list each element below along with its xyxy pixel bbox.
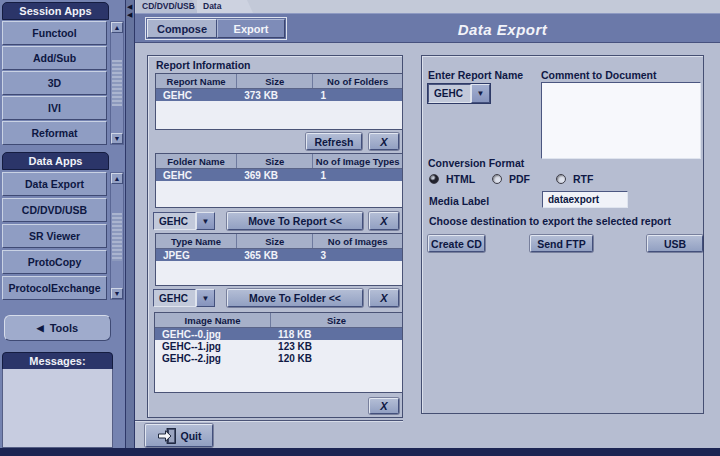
move-to-report-button[interactable]: Move To Report <<: [227, 212, 363, 230]
column-header: Folder Name: [156, 154, 237, 168]
remove-report-button[interactable]: X: [369, 133, 399, 150]
column-header: No of Image Types: [313, 154, 402, 168]
column-header: Image Name: [155, 313, 271, 327]
enter-report-name-label: Enter Report Name: [428, 69, 523, 81]
exit-door-icon: [157, 428, 177, 444]
column-header: Size: [237, 74, 313, 88]
column-header: Size: [237, 154, 313, 168]
collapse-left-icon[interactable]: ◀: [127, 3, 132, 10]
mode-button-group: Compose Export: [145, 17, 287, 40]
sidebar-item-add-sub[interactable]: Add/Sub: [2, 46, 107, 70]
sidebar: Session Apps Functool Add/Sub 3D IVI Ref…: [0, 0, 125, 448]
radio-pdf[interactable]: PDF: [492, 173, 530, 185]
type-combo-value: GEHC: [153, 289, 196, 307]
report-information-panel: Report Information Report Name Size No o…: [147, 55, 403, 418]
type-table: Type Name Size No of Images JPEG 365 KB …: [155, 233, 403, 286]
radio-unselected-icon: [492, 174, 502, 184]
arrow-left-icon: ◀: [37, 323, 44, 333]
scroll-down-icon[interactable]: ▼: [111, 288, 123, 299]
remove-type-button[interactable]: X: [369, 289, 399, 307]
sidebar-item-ivi[interactable]: IVI: [2, 96, 107, 120]
table-row[interactable]: GEHC--0.jpg 118 KB: [155, 328, 402, 340]
column-header: Size: [271, 313, 402, 327]
compose-button[interactable]: Compose: [147, 19, 217, 38]
data-export-panel: Enter Report Name Comment to Document GE…: [421, 55, 704, 414]
usb-button[interactable]: USB: [647, 235, 703, 252]
scroll-up-icon[interactable]: ▲: [111, 22, 123, 33]
chevron-down-icon[interactable]: ▼: [196, 212, 215, 230]
tools-button[interactable]: ◀ Tools: [4, 315, 111, 341]
sidebar-item-cd-dvd-usb[interactable]: CD/DVD/USB: [2, 198, 107, 222]
column-header: Size: [237, 234, 313, 248]
comment-to-document-label: Comment to Document: [541, 69, 657, 81]
table-row[interactable]: JPEG 365 KB 3: [156, 249, 402, 261]
column-header: Report Name: [156, 74, 237, 88]
comment-textarea[interactable]: [541, 82, 701, 159]
remove-image-button[interactable]: X: [369, 398, 399, 414]
page-title: Data Export: [295, 14, 710, 44]
chevron-down-icon[interactable]: ▼: [196, 289, 215, 307]
session-apps-scrollbar[interactable]: ▲ ▼: [110, 21, 124, 145]
report-name-combo-value: GEHC: [428, 84, 471, 103]
tools-label: Tools: [50, 322, 79, 334]
table-row[interactable]: GEHC--2.jpg 120 KB: [155, 352, 402, 364]
sidebar-item-3d[interactable]: 3D: [2, 71, 107, 95]
sidebar-item-data-export[interactable]: Data Export: [2, 172, 107, 196]
send-ftp-button[interactable]: Send FTP: [530, 235, 593, 252]
messages-body: [2, 369, 113, 448]
bottom-bar: [0, 448, 720, 456]
scrollbar-thumb[interactable]: [112, 60, 122, 106]
folder-table: Folder Name Size No of Image Types GEHC …: [155, 153, 403, 208]
collapse-left-icon[interactable]: ◀: [127, 11, 132, 18]
column-header: No of Folders: [313, 74, 402, 88]
sidebar-item-protocolexchange[interactable]: ProtocolExchange: [2, 276, 107, 300]
title-bar: Compose Export Data Export: [135, 13, 720, 43]
refresh-button[interactable]: Refresh: [306, 133, 362, 150]
sidebar-item-functool[interactable]: Functool: [2, 21, 107, 45]
remove-folder-button[interactable]: X: [369, 212, 399, 230]
divider: [135, 420, 403, 421]
chevron-down-icon[interactable]: ▼: [471, 84, 490, 103]
table-row[interactable]: GEHC--1.jpg 123 KB: [155, 340, 402, 352]
table-row[interactable]: GEHC 369 KB 1: [156, 169, 402, 181]
sidebar-item-protocopy[interactable]: ProtoCopy: [2, 250, 107, 274]
radio-html[interactable]: HTML: [429, 173, 475, 185]
screen: Session Apps Functool Add/Sub 3D IVI Ref…: [0, 0, 720, 456]
export-button[interactable]: Export: [217, 19, 285, 38]
report-name-combo[interactable]: GEHC ▼: [428, 84, 490, 103]
main-area: CD/DVD/USB Data Export Compose Export Da…: [135, 0, 720, 448]
sidebar-item-sr-viewer[interactable]: SR Viewer: [2, 224, 107, 248]
scrollbar-thumb[interactable]: [112, 213, 122, 261]
radio-unselected-icon: [556, 174, 566, 184]
image-table: Image Name Size GEHC--0.jpg 118 KB GEHC-…: [154, 312, 403, 393]
scroll-up-icon[interactable]: ▲: [111, 173, 123, 184]
scroll-down-icon[interactable]: ▼: [111, 133, 123, 144]
type-combo[interactable]: GEHC ▼: [153, 289, 215, 307]
quit-label: Quit: [181, 430, 202, 442]
folder-combo-value: GEHC: [153, 212, 196, 230]
tab-data-export[interactable]: Data Export: [197, 0, 253, 13]
splitter-handle[interactable]: ◀ ◀: [125, 0, 135, 448]
sidebar-item-reformat[interactable]: Reformat: [2, 121, 107, 145]
radio-selected-icon: [429, 174, 439, 184]
media-label: Media Label: [429, 195, 489, 207]
conversion-format-label: Conversion Format: [428, 157, 524, 169]
radio-rtf[interactable]: RTF: [556, 173, 593, 185]
tab-cd-dvd-usb[interactable]: CD/DVD/USB: [136, 0, 198, 13]
data-apps-header: Data Apps: [2, 152, 109, 170]
folder-combo[interactable]: GEHC ▼: [153, 212, 215, 230]
column-header: Type Name: [156, 234, 237, 248]
tab-bar: CD/DVD/USB Data Export: [135, 0, 720, 13]
data-apps-scrollbar[interactable]: ▲ ▼: [110, 172, 124, 300]
report-information-title: Report Information: [156, 59, 251, 71]
session-apps-header: Session Apps: [2, 2, 109, 20]
table-row[interactable]: GEHC 373 KB 1: [156, 89, 402, 101]
report-table: Report Name Size No of Folders GEHC 373 …: [155, 73, 403, 130]
messages-header: Messages:: [2, 352, 113, 370]
move-to-folder-button[interactable]: Move To Folder <<: [227, 289, 363, 307]
quit-button[interactable]: Quit: [145, 424, 213, 447]
destination-label: Choose destination to export the selecte…: [429, 215, 671, 227]
media-label-input[interactable]: [542, 191, 628, 208]
column-header: No of Images: [313, 234, 402, 248]
create-cd-button[interactable]: Create CD: [428, 235, 485, 252]
